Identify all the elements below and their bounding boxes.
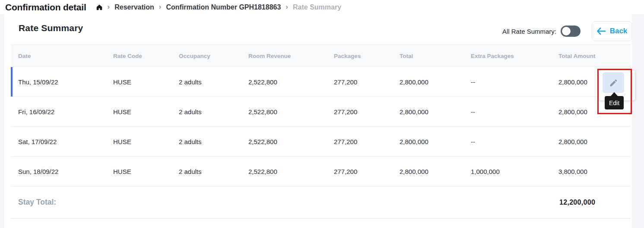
cell-extra-packages: 1,000,000 xyxy=(471,168,558,175)
home-icon[interactable] xyxy=(96,4,103,11)
cell-rate-code: HUSE xyxy=(113,108,179,116)
breadcrumb-separator: › xyxy=(108,3,110,11)
cell-occupancy: 2 adults xyxy=(179,168,248,175)
table-row: Thu, 15/09/22 HUSE 2 adults 2,522,800 27… xyxy=(11,67,631,97)
cell-room-revenue: 2,522,800 xyxy=(248,78,334,86)
breadcrumb-separator: › xyxy=(159,3,162,11)
all-rate-summary-label: All Rate Summary: xyxy=(502,28,556,35)
cell-packages: 277,200 xyxy=(334,138,400,145)
all-rate-summary-toggle[interactable] xyxy=(561,26,581,37)
top-bar: Confirmation detail › Reservation › Conf… xyxy=(0,0,644,14)
cell-extra-packages: -- xyxy=(471,138,558,145)
cell-occupancy: 2 adults xyxy=(179,108,248,116)
cell-room-revenue: 2,522,800 xyxy=(248,108,334,116)
cell-rate-code: HUSE xyxy=(113,78,179,86)
cell-rate-code: HUSE xyxy=(113,138,179,145)
back-button[interactable]: Back xyxy=(592,21,632,41)
edit-button[interactable] xyxy=(603,72,624,93)
cell-rate-code: HUSE xyxy=(113,168,179,175)
breadcrumb-separator: › xyxy=(286,3,288,11)
table-row: Sun, 18/09/22 HUSE 2 adults 2,522,800 27… xyxy=(11,157,631,186)
cell-date: Sun, 18/09/22 xyxy=(18,168,113,175)
breadcrumb-item-confirmation-number[interactable]: Confirmation Number GPH1818863 xyxy=(166,3,281,11)
cell-total: 2,800,000 xyxy=(400,168,471,175)
stay-total-row: Stay Total: 12,200,000 xyxy=(11,186,631,218)
pencil-icon xyxy=(609,78,618,87)
column-header-date: Date xyxy=(18,53,113,59)
cell-date: Thu, 15/09/22 xyxy=(18,78,113,86)
column-header-extra-packages: Extra Packages xyxy=(471,53,558,59)
cell-total: 2,800,000 xyxy=(400,78,471,86)
cell-total-amount: 3,800,000 xyxy=(558,168,631,175)
back-button-label: Back xyxy=(610,27,628,35)
cell-total: 2,800,000 xyxy=(400,108,471,116)
breadcrumb: › Reservation › Confirmation Number GPH1… xyxy=(96,3,342,11)
cell-date: Fri, 16/09/22 xyxy=(18,108,113,116)
cell-extra-packages: -- xyxy=(471,78,558,86)
rate-summary-table: Date Rate Code Occupancy Room Revenue Pa… xyxy=(11,45,631,218)
column-header-room-revenue: Room Revenue xyxy=(248,53,334,59)
column-header-total: Total xyxy=(400,53,471,59)
cell-packages: 277,200 xyxy=(334,108,400,116)
column-header-rate-code: Rate Code xyxy=(113,53,179,59)
column-header-packages: Packages xyxy=(334,53,400,59)
section-title: Rate Summary xyxy=(19,23,83,33)
edit-tooltip: Edit xyxy=(605,96,624,109)
cell-occupancy: 2 adults xyxy=(179,138,248,145)
breadcrumb-item-rate-summary: Rate Summary xyxy=(293,3,341,11)
breadcrumb-item-reservation[interactable]: Reservation xyxy=(114,3,154,11)
cell-date: Sat, 17/09/22 xyxy=(18,138,113,145)
column-header-occupancy: Occupancy xyxy=(179,53,248,59)
table-row: Sat, 17/09/22 HUSE 2 adults 2,522,800 27… xyxy=(11,127,631,157)
cell-packages: 277,200 xyxy=(334,168,400,175)
header-controls: All Rate Summary: Back xyxy=(502,20,632,42)
toggle-knob xyxy=(562,27,571,35)
cell-total-amount: 2,800,000 xyxy=(558,138,631,145)
cell-packages: 277,200 xyxy=(334,78,400,86)
table-header-row: Date Rate Code Occupancy Room Revenue Pa… xyxy=(11,45,631,67)
stay-total-label: Stay Total: xyxy=(18,198,56,207)
column-header-total-amount: Total Amount xyxy=(558,53,631,59)
arrow-left-icon xyxy=(596,27,606,35)
cell-extra-packages: -- xyxy=(471,108,558,116)
table-row: Fri, 16/09/22 HUSE 2 adults 2,522,800 27… xyxy=(11,97,631,127)
cell-room-revenue: 2,522,800 xyxy=(248,168,334,175)
rate-summary-card: Rate Summary All Rate Summary: Back Date… xyxy=(4,14,632,228)
page-title: Confirmation detail xyxy=(5,2,86,13)
cell-total: 2,800,000 xyxy=(400,138,471,145)
cell-occupancy: 2 adults xyxy=(179,78,248,86)
cell-room-revenue: 2,522,800 xyxy=(248,138,334,145)
stay-total-value: 12,200,000 xyxy=(559,199,595,206)
